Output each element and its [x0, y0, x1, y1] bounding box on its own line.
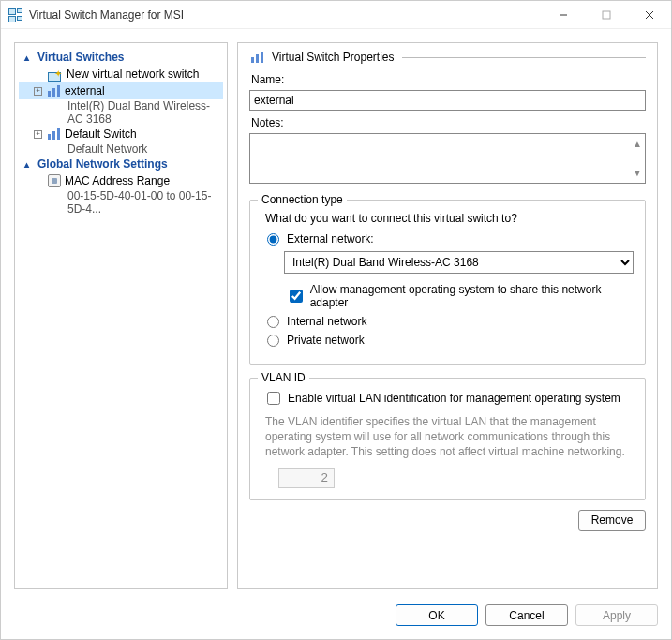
- radio-private-label: Private network: [287, 334, 365, 347]
- radio-internal-row[interactable]: Internal network: [267, 315, 634, 328]
- vlan-enable-row[interactable]: Enable virtual LAN identification for ma…: [267, 392, 634, 405]
- maximize-icon: [602, 10, 611, 20]
- group-title: Connection type: [258, 193, 347, 206]
- mac-range-icon: [48, 174, 61, 187]
- radio-internal[interactable]: [267, 316, 279, 328]
- chevron-up-icon: ▴: [21, 52, 32, 63]
- allow-mgmt-row[interactable]: Allow management operating system to sha…: [290, 283, 634, 309]
- ok-button[interactable]: OK: [396, 604, 478, 626]
- tree-item-mac-range[interactable]: MAC Address Range: [19, 172, 223, 189]
- tree-item-default-switch[interactable]: + Default Switch: [19, 126, 223, 142]
- group-title: VLAN ID: [258, 371, 309, 384]
- app-icon: [8, 8, 23, 22]
- divider: [402, 57, 647, 58]
- tree-section-global[interactable]: ▴ Global Network Settings: [19, 156, 223, 172]
- network-switch-icon: [249, 51, 264, 64]
- tree-section-virtual-switches[interactable]: ▴ Virtual Switches: [19, 49, 223, 66]
- tree-label: New virtual network switch: [67, 67, 199, 82]
- maximize-button[interactable]: [585, 1, 628, 29]
- chevron-up-icon: ▴: [21, 159, 32, 170]
- radio-external[interactable]: [267, 233, 279, 246]
- vlan-help-text: The VLAN identifier specifies the virtua…: [265, 414, 630, 460]
- close-icon: [645, 10, 654, 20]
- tree-panel: ▴ Virtual Switches ✦ New virtual network…: [14, 42, 228, 589]
- name-input[interactable]: [249, 90, 646, 111]
- vlan-id-input: [278, 468, 335, 488]
- minimize-button[interactable]: [542, 1, 585, 29]
- tree-label: Default Switch: [65, 127, 137, 141]
- window-title: Virtual Switch Manager for MSI: [29, 8, 184, 22]
- scroll-up-icon[interactable]: ▲: [633, 139, 642, 148]
- radio-private[interactable]: [267, 335, 279, 347]
- tree-item-external[interactable]: + external: [19, 82, 223, 99]
- connection-type-group: Connection type What do you want to conn…: [249, 200, 646, 365]
- expand-icon[interactable]: +: [34, 130, 42, 139]
- name-label: Name:: [251, 73, 646, 86]
- minimize-icon: [559, 10, 568, 20]
- connection-question: What do you want to connect this virtual…: [265, 212, 634, 225]
- svg-rect-1: [603, 11, 610, 19]
- vlan-enable-checkbox[interactable]: [267, 392, 280, 405]
- section-label: Global Network Settings: [37, 157, 168, 171]
- radio-external-label: External network:: [287, 232, 374, 246]
- radio-external-row[interactable]: External network:: [267, 232, 634, 246]
- section-label: Virtual Switches: [37, 51, 124, 64]
- tree-item-new-switch[interactable]: ✦ New virtual network switch: [19, 66, 223, 82]
- tree-item-mac-detail: 00-15-5D-40-01-00 to 00-15-5D-4...: [19, 189, 223, 216]
- properties-title: Virtual Switch Properties: [272, 51, 395, 64]
- radio-private-row[interactable]: Private network: [267, 334, 634, 347]
- tree-item-default-detail: Default Network: [19, 142, 223, 156]
- remove-button[interactable]: Remove: [578, 510, 646, 531]
- tree-label: external: [65, 83, 105, 98]
- vlan-group: VLAN ID Enable virtual LAN identificatio…: [249, 378, 646, 500]
- allow-mgmt-checkbox[interactable]: [290, 290, 303, 303]
- adapter-select[interactable]: Intel(R) Dual Band Wireless-AC 3168: [284, 251, 634, 274]
- new-switch-icon: ✦: [48, 67, 63, 81]
- dialog-buttons: OK Cancel Apply: [1, 597, 671, 639]
- network-switch-icon: [46, 84, 61, 97]
- properties-header: Virtual Switch Properties: [249, 51, 646, 64]
- expand-icon[interactable]: +: [34, 87, 42, 96]
- content-panel: Virtual Switch Properties Name: Notes: ▲…: [237, 42, 658, 589]
- notes-label: Notes:: [251, 116, 646, 129]
- vlan-enable-label: Enable virtual LAN identification for ma…: [288, 392, 620, 405]
- titlebar: Virtual Switch Manager for MSI: [1, 1, 671, 29]
- close-button[interactable]: [628, 1, 671, 29]
- window: Virtual Switch Manager for MSI ▴ Virtual…: [0, 0, 672, 640]
- radio-internal-label: Internal network: [287, 315, 366, 328]
- scroll-down-icon[interactable]: ▼: [633, 168, 642, 177]
- notes-input[interactable]: [249, 133, 646, 184]
- network-switch-icon: [46, 127, 61, 141]
- tree-item-external-detail: Intel(R) Dual Band Wireless-AC 3168: [19, 99, 223, 126]
- apply-button[interactable]: Apply: [575, 604, 658, 626]
- allow-mgmt-label: Allow management operating system to sha…: [310, 283, 634, 309]
- cancel-button[interactable]: Cancel: [485, 604, 568, 626]
- tree-label: MAC Address Range: [65, 173, 170, 188]
